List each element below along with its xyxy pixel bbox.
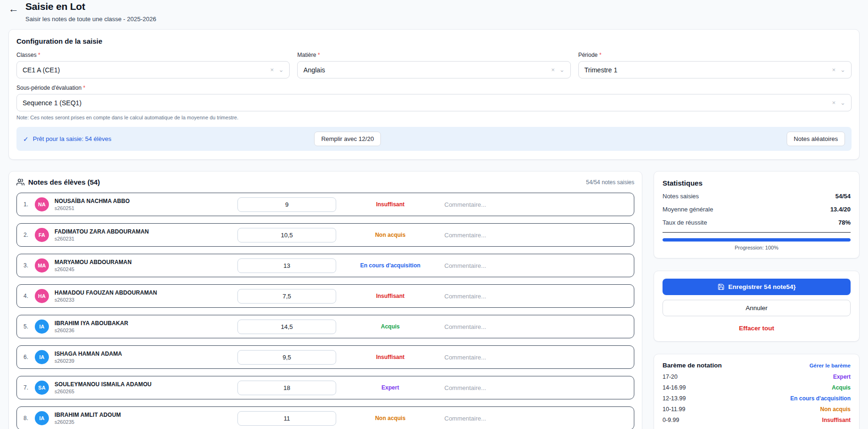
- statistic-label: Taux de réussite: [663, 219, 707, 226]
- student-row: 2. FA FADIMATOU ZARA ABDOURAMAN s260231 …: [16, 223, 634, 247]
- grade-input[interactable]: [237, 197, 336, 212]
- save-button[interactable]: Enregistrer 54 note54}: [663, 279, 851, 295]
- clear-icon[interactable]: ×: [551, 66, 555, 73]
- cancel-button[interactable]: Annuler: [663, 300, 851, 316]
- student-rank: 6.: [24, 354, 33, 360]
- comment-input[interactable]: [444, 354, 627, 361]
- sidebar: Statistiques Notes saisies 54/54 Moyenne…: [654, 171, 860, 429]
- student-row: 6. IA ISHAGA HAMAN ADAMA s260239 Insuffi…: [16, 345, 634, 369]
- matiere-select[interactable]: Anglais × ⌄: [297, 61, 570, 78]
- clear-icon[interactable]: ×: [832, 66, 836, 73]
- student-avatar: IA: [35, 320, 49, 334]
- student-row: 1. NA NOUSAÏBA NACHMA ABBO s260251 Insuf…: [16, 193, 634, 216]
- student-row: 8. IA IBRAHIM AMLIT ADOUM s260235 Non ac…: [16, 406, 634, 429]
- comment-input[interactable]: [444, 293, 627, 300]
- student-identity: SOULEYMANOU ISMAILA ADAMOU s260265: [55, 381, 237, 394]
- scale-range: 0-9.99: [663, 417, 679, 423]
- chevron-down-icon[interactable]: ⌄: [840, 99, 845, 106]
- statistic-row: Taux de réussite 78%: [663, 219, 851, 226]
- comment-input[interactable]: [444, 232, 627, 239]
- grading-scale-card: Barème de notation Gérer le barème 17-20…: [654, 354, 860, 429]
- sous-periode-select[interactable]: Sequence 1 (SEQ1) × ⌄: [16, 94, 852, 111]
- student-avatar: IA: [35, 350, 49, 364]
- student-name: MARYAMOU ABDOURAMAN: [55, 259, 237, 265]
- comment-input[interactable]: [444, 415, 627, 422]
- student-identity: ISHAGA HAMAN ADAMA s260239: [55, 351, 237, 364]
- students-header: Notes des élèves (54) 54/54 notes saisie…: [16, 178, 634, 186]
- grade-input[interactable]: [237, 350, 336, 365]
- student-avatar: HA: [35, 289, 49, 303]
- page-title: Saisie en Lot: [25, 1, 156, 12]
- manage-scale-link[interactable]: Gérer le barème: [809, 363, 851, 368]
- ready-text: Prêt pour la saisie: 54 élèves: [33, 135, 111, 142]
- student-rank: 5.: [24, 323, 33, 330]
- statistic-row: Moyenne générale 13.4/20: [663, 206, 851, 213]
- student-id: s260245: [55, 266, 237, 272]
- chevron-down-icon[interactable]: ⌄: [560, 66, 565, 73]
- student-avatar: NA: [35, 197, 49, 211]
- scale-level: Expert: [833, 374, 851, 380]
- page-subtitle: Saisir les notes de toute une classe - 2…: [25, 16, 156, 23]
- grade-input[interactable]: [237, 320, 336, 334]
- random-grades-button[interactable]: Notes aléatoires: [787, 132, 845, 146]
- configuration-card: Configuration de la saisie Classes * CE1…: [8, 29, 860, 160]
- scale-level: Acquis: [832, 384, 851, 391]
- student-id: s260265: [55, 389, 237, 394]
- student-id: s260236: [55, 328, 237, 333]
- clear-icon[interactable]: ×: [270, 66, 274, 73]
- status-badge: Non acquis: [336, 415, 444, 421]
- classes-field: Classes * CE1 A (CE1) × ⌄: [16, 52, 290, 78]
- student-name: NOUSAÏBA NACHMA ABBO: [55, 198, 237, 204]
- status-badge: En cours d'acquisition: [336, 262, 444, 269]
- student-name: ISHAGA HAMAN ADAMA: [55, 351, 237, 357]
- comment-input[interactable]: [444, 323, 627, 330]
- fill-with-12-button[interactable]: Remplir avec 12/20: [314, 132, 381, 146]
- statistic-label: Notes saisies: [663, 193, 699, 200]
- sous-periode-label: Sous-période d'évaluation *: [16, 85, 852, 91]
- required-asterisk: *: [318, 52, 320, 58]
- scale-row: 17-20 Expert: [663, 374, 851, 380]
- sous-periode-select-value: Sequence 1 (SEQ1): [23, 99, 832, 107]
- comment-input[interactable]: [444, 262, 627, 269]
- comment-input[interactable]: [444, 384, 627, 391]
- ready-message: ✓ Prêt pour la saisie: 54 élèves: [23, 135, 111, 143]
- student-id: s260231: [55, 236, 237, 242]
- student-rank: 4.: [24, 293, 33, 299]
- periode-label: Période *: [578, 52, 852, 58]
- student-id: s260233: [55, 297, 237, 303]
- people-icon: [16, 178, 24, 186]
- grade-input[interactable]: [237, 228, 336, 242]
- clear-icon[interactable]: ×: [832, 99, 836, 106]
- matiere-field: Matière * Anglais × ⌄: [297, 52, 570, 78]
- classes-select[interactable]: CE1 A (CE1) × ⌄: [16, 61, 290, 78]
- periode-select[interactable]: Trimestre 1 × ⌄: [578, 61, 852, 78]
- chevron-down-icon[interactable]: ⌄: [278, 66, 284, 73]
- statistics-divider: [663, 232, 851, 233]
- clear-all-button[interactable]: Effacer tout: [663, 323, 851, 334]
- grade-input[interactable]: [237, 411, 336, 426]
- student-avatar: SA: [35, 381, 49, 395]
- statistics-title: Statistiques: [663, 179, 851, 187]
- student-id: s260251: [55, 205, 237, 211]
- classes-select-value: CE1 A (CE1): [23, 66, 270, 74]
- comment-input[interactable]: [444, 201, 627, 208]
- scale-row: 14-16.99 Acquis: [663, 384, 851, 391]
- select-row: Classes * CE1 A (CE1) × ⌄ Matière * Angl…: [16, 52, 852, 78]
- back-arrow-icon[interactable]: ←: [8, 3, 19, 15]
- statistic-value: 54/54: [835, 193, 851, 200]
- grade-input[interactable]: [237, 289, 336, 304]
- grade-input[interactable]: [237, 258, 336, 273]
- chevron-down-icon[interactable]: ⌄: [840, 66, 845, 73]
- sous-periode-field: Sous-période d'évaluation * Sequence 1 (…: [16, 85, 852, 111]
- statistic-value: 78%: [838, 219, 851, 226]
- status-badge: Insuffisant: [336, 293, 444, 299]
- configuration-title: Configuration de la saisie: [16, 37, 852, 45]
- grade-input[interactable]: [237, 381, 336, 395]
- student-avatar: IA: [35, 411, 49, 425]
- student-avatar: FA: [35, 228, 49, 242]
- student-row: 4. HA HAMADOU FAOUZAN ABDOURAMAN s260233…: [16, 284, 634, 308]
- required-asterisk: *: [38, 52, 40, 58]
- student-name: IBRAHIM IYA ABOUBAKAR: [55, 320, 237, 327]
- scale-row: 12-13.99 En cours d'acquisition: [663, 395, 851, 402]
- student-id: s260235: [55, 419, 237, 425]
